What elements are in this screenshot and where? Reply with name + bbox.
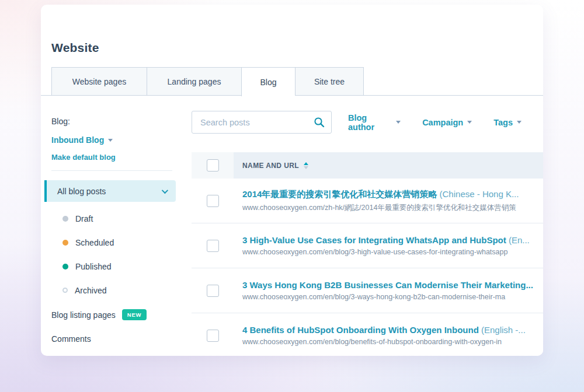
post-title-suffix: (En... bbox=[506, 235, 530, 245]
search-icon[interactable] bbox=[314, 117, 325, 130]
row-checkbox[interactable] bbox=[207, 285, 219, 297]
table-row: 4 Benefits of HubSpot Onboarding With Ox… bbox=[192, 313, 543, 356]
sort-ascending-icon bbox=[304, 162, 308, 165]
header-checkbox-cell bbox=[192, 152, 234, 178]
post-url: www.chooseoxygen.com/en/blog/3-high-valu… bbox=[242, 248, 543, 256]
chevron-down-icon bbox=[162, 187, 168, 193]
tab-bar: Website pages Landing pages Blog Site tr… bbox=[51, 67, 364, 96]
post-url: www.chooseoxygen.com/en/blog/3-ways-hong… bbox=[242, 293, 543, 301]
status-filter-list: Draft Scheduled Published Archived bbox=[51, 206, 192, 302]
sidebar-item-all-blog-posts[interactable]: All blog posts bbox=[44, 180, 176, 202]
status-label: Archived bbox=[75, 286, 106, 295]
tags-filter[interactable]: Tags bbox=[493, 113, 522, 132]
page-title: Website bbox=[51, 41, 99, 55]
post-title-text: 3 Ways Hong Kong B2B Businesses Can Mode… bbox=[242, 280, 533, 290]
post-url: www.chooseoxygen.com/en/blog/benefits-of… bbox=[242, 338, 543, 346]
row-checkbox[interactable] bbox=[207, 195, 219, 207]
sidebar-item-published[interactable]: Published bbox=[51, 254, 192, 278]
row-content: 2014年最重要的搜索引擎优化和社交媒体营销策略 (Chinese - Hong… bbox=[234, 178, 543, 223]
scheduled-status-dot-icon bbox=[62, 240, 68, 246]
row-content: 3 Ways Hong Kong B2B Businesses Can Mode… bbox=[234, 268, 543, 313]
status-label: Draft bbox=[75, 214, 93, 223]
status-label: Scheduled bbox=[75, 238, 114, 247]
select-all-checkbox[interactable] bbox=[207, 159, 219, 172]
row-content: 4 Benefits of HubSpot Onboarding With Ox… bbox=[234, 313, 543, 356]
table-row: 3 High-Value Use Cases for Integrating W… bbox=[192, 223, 543, 268]
status-label: Published bbox=[75, 262, 112, 271]
sidebar-item-scheduled[interactable]: Scheduled bbox=[51, 230, 192, 254]
row-checkbox-cell bbox=[192, 178, 234, 223]
sidebar-item-blog-listing-pages[interactable]: Blog listing pages NEW bbox=[51, 309, 192, 320]
column-header-label: NAME AND URL bbox=[242, 162, 299, 170]
row-checkbox-cell bbox=[192, 313, 234, 356]
website-panel: Website Website pages Landing pages Blog… bbox=[41, 5, 543, 356]
chevron-down-icon bbox=[517, 121, 522, 124]
row-checkbox[interactable] bbox=[207, 240, 219, 252]
sort-icon[interactable] bbox=[304, 162, 308, 169]
sidebar-item-comments[interactable]: Comments bbox=[51, 334, 192, 344]
table-row: 3 Ways Hong Kong B2B Businesses Can Mode… bbox=[192, 268, 543, 313]
filter-label: Tags bbox=[493, 118, 513, 127]
post-title-text: 4 Benefits of HubSpot Onboarding With Ox… bbox=[242, 325, 479, 335]
table-header-row: NAME AND URL bbox=[192, 152, 543, 178]
tab-site-tree[interactable]: Site tree bbox=[295, 67, 364, 96]
archived-status-dot-icon bbox=[62, 288, 68, 293]
row-checkbox-cell bbox=[192, 268, 234, 313]
sort-descending-icon bbox=[304, 166, 308, 169]
chevron-down-icon bbox=[108, 139, 113, 142]
blog-author-filter[interactable]: Blog author bbox=[348, 113, 401, 132]
posts-toolbar: Blog author Campaign Tags bbox=[192, 111, 543, 134]
tab-website-pages[interactable]: Website pages bbox=[51, 67, 147, 96]
new-badge: NEW bbox=[122, 309, 147, 320]
post-url: www.chooseoxygen.com/zh-hk/網誌/2014年最重要的搜… bbox=[242, 203, 543, 213]
post-title-link[interactable]: 2014年最重要的搜索引擎优化和社交媒体营销策略 (Chinese - Hong… bbox=[242, 189, 543, 200]
row-content: 3 High-Value Use Cases for Integrating W… bbox=[234, 223, 543, 268]
posts-table: NAME AND URL 2014年最重要的搜索引擎优化和社交媒体营销策略 (C… bbox=[192, 152, 543, 356]
name-and-url-header[interactable]: NAME AND URL bbox=[234, 152, 543, 178]
campaign-filter[interactable]: Campaign bbox=[422, 113, 472, 132]
chevron-down-icon bbox=[396, 121, 401, 124]
post-title-text: 2014年最重要的搜索引擎优化和社交媒体营销策略 bbox=[242, 189, 437, 199]
draft-status-dot-icon bbox=[62, 216, 68, 222]
published-status-dot-icon bbox=[62, 264, 68, 270]
sidebar-divider bbox=[51, 170, 172, 171]
filter-label: Campaign bbox=[422, 118, 463, 127]
filter-dropdowns: Blog author Campaign Tags bbox=[348, 113, 543, 132]
blog-posts-main: Blog author Campaign Tags NAM bbox=[192, 96, 543, 356]
sidebar-item-archived[interactable]: Archived bbox=[51, 278, 192, 302]
post-title-suffix: (Chinese - Hong K... bbox=[437, 189, 519, 199]
post-title-suffix: (English -... bbox=[479, 325, 526, 335]
post-title-link[interactable]: 3 Ways Hong Kong B2B Businesses Can Mode… bbox=[242, 280, 543, 290]
blog-sidebar: Blog: Inbound Blog Make default blog All… bbox=[41, 96, 192, 356]
post-title-link[interactable]: 3 High-Value Use Cases for Integrating W… bbox=[242, 235, 543, 245]
blog-selector-value: Inbound Blog bbox=[51, 135, 104, 145]
chevron-down-icon bbox=[467, 121, 472, 124]
post-title-text: 3 High-Value Use Cases for Integrating W… bbox=[242, 235, 506, 245]
tab-blog[interactable]: Blog bbox=[241, 67, 295, 96]
all-blog-posts-label: All blog posts bbox=[57, 187, 106, 196]
row-checkbox[interactable] bbox=[207, 330, 219, 342]
tab-landing-pages[interactable]: Landing pages bbox=[147, 67, 241, 96]
blog-listing-pages-label: Blog listing pages bbox=[51, 310, 116, 320]
table-row: 2014年最重要的搜索引擎优化和社交媒体营销策略 (Chinese - Hong… bbox=[192, 178, 543, 223]
search-input[interactable] bbox=[192, 111, 332, 134]
filter-label: Blog author bbox=[348, 113, 392, 132]
blog-label: Blog: bbox=[51, 117, 192, 126]
search-box bbox=[192, 111, 332, 134]
sidebar-item-draft[interactable]: Draft bbox=[51, 206, 192, 230]
row-checkbox-cell bbox=[192, 223, 234, 268]
post-title-link[interactable]: 4 Benefits of HubSpot Onboarding With Ox… bbox=[242, 325, 543, 335]
make-default-blog-link[interactable]: Make default blog bbox=[51, 153, 192, 162]
blog-selector-dropdown[interactable]: Inbound Blog bbox=[51, 135, 192, 145]
